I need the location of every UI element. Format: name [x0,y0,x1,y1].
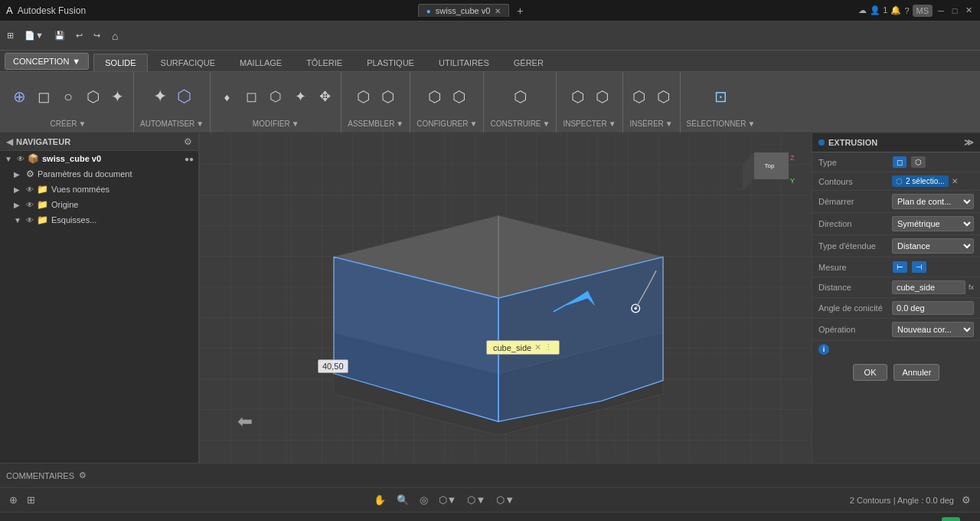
new-btn[interactable]: 📄▼ [21,29,47,42]
anim-keyframe-icon[interactable]: ■ [942,517,960,522]
distance-input[interactable] [892,280,965,294]
file-tab[interactable]: ● swiss_cube v0 ✕ [418,4,510,17]
panel-expand-btn[interactable]: ≫ [964,137,974,148]
mesure-btn-2[interactable]: ⊣ [912,261,926,273]
viewport[interactable]: 40,50 cube_side ✕ ⋮ ⬅ Top Z Y [199,133,812,463]
ribbon-btn-extrude[interactable]: ◻ [32,85,55,108]
navigator-settings-btn[interactable]: ⚙ [184,136,192,147]
ribbon-btn-conf1[interactable]: ⬡ [423,85,446,108]
ribbon-btn-loft[interactable]: ✦ [106,85,129,108]
comments-settings-btn[interactable]: ⚙ [79,470,87,480]
bottom-grid-btn[interactable]: ⊞ [24,493,38,507]
type-btn-solid[interactable]: ◻ [893,156,906,168]
ribbon-btn-mod4[interactable]: ✦ [289,86,312,107]
app-logo-icon: A [6,5,13,16]
type-etendue-select[interactable]: Distance [892,238,974,254]
tooltip-close[interactable]: ✕ [534,342,541,352]
bell-icon[interactable]: 🔔 [890,5,901,15]
ribbon-label-selectionner[interactable]: SÉLECTIONNER▼ [685,118,757,129]
vis-icon-views[interactable]: 👁 [26,185,34,194]
tree-item-root[interactable]: ▼ 👁 📦 swiss_cube v0 ●● [0,151,198,166]
maximize-btn[interactable]: □ [949,5,960,16]
nav-arrow-left[interactable]: ⬅ [237,411,253,432]
help-icon[interactable]: ? [904,6,909,15]
tab-utilitaires[interactable]: UTILITAIRES [427,54,501,71]
tree-item-params[interactable]: ▶ ⚙ Paramètres du document [0,166,198,182]
tree-item-views[interactable]: ▶ 👁 📁 Vues nommées [0,182,198,197]
contours-clear-btn[interactable]: ✕ [952,177,958,185]
vis-icon-sketches[interactable]: 👁 [26,216,34,224]
ribbon-btn-auto2[interactable]: ⬡ [173,84,196,109]
tree-item-origin[interactable]: ▶ 👁 📁 Origine [0,197,198,212]
tab-maillage[interactable]: MAILLAGE [228,54,293,71]
operation-select[interactable]: Nouveau cor... [892,322,974,337]
ok-btn[interactable]: OK [853,364,888,381]
ribbon-btn-constr1[interactable]: ⬡ [508,85,531,108]
ribbon-label-assembler[interactable]: ASSEMBLER▼ [346,118,405,129]
minimize-btn[interactable]: ─ [936,5,946,16]
redo-btn[interactable]: ↪ [90,29,104,42]
ribbon-btn-insp2[interactable]: ⬡ [590,85,613,108]
tree-label-sketches: Esquisses... [51,215,96,224]
ribbon-btn-ins2[interactable]: ⬡ [652,85,675,108]
ribbon-label-inserer[interactable]: INSÉRER▼ [628,118,674,129]
demarrer-select[interactable]: Plan de cont... [892,194,974,209]
tool-visual-style[interactable]: ⬡▼ [464,493,488,507]
sidebar-collapse-btn[interactable]: ◀ [6,136,13,147]
ribbon-btn-mod5[interactable]: ✥ [313,86,336,107]
ribbon-btn-mod3[interactable]: ⬡ [264,86,287,107]
tool-zoom[interactable]: 🔍 [394,493,412,507]
grid-menu-btn[interactable]: ⊞ [3,29,18,42]
close-btn[interactable]: ✕ [963,5,974,16]
user-initials[interactable]: MS [913,5,933,17]
ribbon-btn-new-body[interactable]: ⊕ [8,85,31,108]
tab-gerer[interactable]: GÉRER [502,54,555,71]
ribbon-btn-revolve[interactable]: ○ [57,86,80,108]
bottom-snap-btn[interactable]: ⊕ [6,493,21,507]
angle-input[interactable] [892,301,974,315]
ribbon-btn-insp1[interactable]: ⬡ [566,85,589,108]
ribbon-btn-mod2[interactable]: ◻ [240,86,263,107]
tab-surfacique[interactable]: SURFACIQUE [149,54,227,71]
panel-row-distance: Distance fx [812,277,980,298]
ribbon-btn-mod1[interactable]: ⬧ [215,87,238,107]
ribbon-btn-assem1[interactable]: ⬡ [352,85,375,108]
ribbon-btn-auto1[interactable]: ✦ [149,84,172,109]
new-tab-btn[interactable]: + [514,5,526,17]
ribbon-label-construire[interactable]: CONSTRUIRE▼ [488,118,551,129]
tool-grid-vis[interactable]: ⬡▼ [493,493,518,507]
vis-icon-root[interactable]: 👁 [17,155,24,163]
ribbon-label-inspecter[interactable]: INSPECTER▼ [561,118,617,129]
tooltip-menu[interactable]: ⋮ [544,342,553,352]
bottom-settings-btn[interactable]: ⚙ [959,493,974,507]
save-btn[interactable]: 💾 [51,29,69,42]
contours-value[interactable]: ⬡ 2 sélectio... [892,175,949,187]
tab-tolerie[interactable]: TÔLERIE [295,54,354,71]
cancel-btn[interactable]: Annuler [893,364,939,381]
undo-btn[interactable]: ↩ [72,29,87,42]
tool-display[interactable]: ⬡▼ [436,493,460,507]
ribbon-btn-assem2[interactable]: ⬡ [377,85,400,108]
type-btn-surface[interactable]: ⬡ [911,156,926,168]
tab-solid[interactable]: SOLIDE [93,54,147,71]
home-btn[interactable]: ⌂ [107,28,122,44]
ribbon-label-automatiser[interactable]: AUTOMATISER▼ [139,118,205,129]
ribbon-label-modifier[interactable]: MODIFIER▼ [251,118,301,129]
ribbon-btn-conf2[interactable]: ⬡ [448,85,471,108]
ribbon-btn-sweep[interactable]: ⬡ [81,85,104,108]
tool-fit[interactable]: ◎ [416,493,431,507]
tab-close-btn[interactable]: ✕ [495,7,501,15]
direction-select[interactable]: Symétrique [892,216,974,231]
tree-options-root[interactable]: ●● [185,155,194,163]
tab-plastique[interactable]: PLASTIQUE [355,54,426,71]
tool-orbit[interactable]: ✋ [371,493,389,507]
ribbon-btn-sel1[interactable]: ⊡ [709,85,732,108]
vis-icon-origin[interactable]: 👁 [26,201,34,209]
mesure-btn-1[interactable]: ⊢ [893,261,907,273]
info-btn[interactable]: i [818,344,829,355]
ribbon-label-configurer[interactable]: CONFIGURER▼ [415,118,479,129]
ribbon-label-creer[interactable]: CRÉER▼ [49,118,88,129]
conception-btn[interactable]: CONCEPTION ▼ [5,53,89,70]
ribbon-btn-ins1[interactable]: ⬡ [628,85,651,108]
tree-item-sketches[interactable]: ▼ 👁 📁 Esquisses... [0,212,198,228]
